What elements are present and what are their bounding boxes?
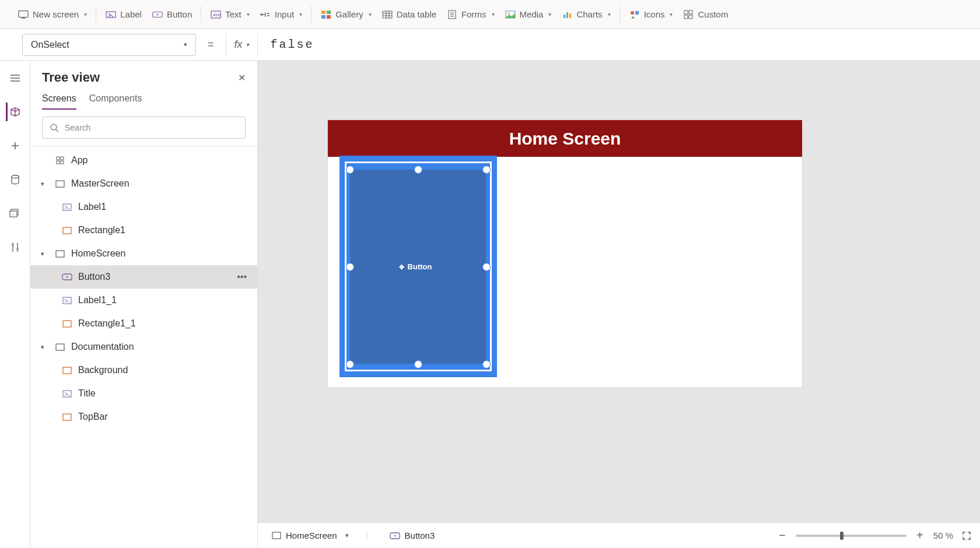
zoom-in-button[interactable]: +	[915, 529, 925, 542]
search-icon	[50, 123, 59, 132]
svg-rect-43	[56, 344, 64, 350]
resize-handle-sw[interactable]	[346, 360, 354, 368]
svg-rect-34	[61, 161, 64, 164]
resize-handle-w[interactable]	[346, 263, 354, 271]
tree-list: App ▾ MasterScreen Label1 Rectangle1	[30, 149, 257, 548]
tree-node-label: Button3	[78, 272, 110, 282]
resize-handle-nw[interactable]	[346, 166, 354, 174]
tree-node-app[interactable]: App	[30, 149, 257, 172]
svg-rect-16	[564, 15, 565, 18]
new-screen-menu[interactable]: New screen ▾	[18, 9, 87, 20]
more-icon[interactable]: •••	[237, 272, 247, 282]
resize-handle-n[interactable]	[414, 166, 422, 174]
media-menu[interactable]: Media ▾	[505, 9, 552, 20]
breadcrumb-control[interactable]: Button3	[384, 523, 441, 548]
data-table-icon	[382, 9, 393, 20]
input-menu[interactable]: Input ▾	[260, 9, 302, 20]
screen-icon	[18, 9, 29, 20]
breadcrumb-screen[interactable]: HomeScreen ▾	[266, 523, 355, 548]
move-cursor-icon: ✥	[399, 264, 404, 271]
tree-node-background[interactable]: Background	[30, 359, 257, 382]
breadcrumb-screen-label: HomeScreen	[286, 531, 337, 540]
svg-point-40	[66, 276, 68, 278]
tree-node-masterscreen[interactable]: ▾ MasterScreen	[30, 172, 257, 195]
chevron-down-icon: ▾	[299, 11, 302, 17]
screen-icon	[272, 532, 281, 539]
svg-rect-11	[327, 15, 331, 19]
insert-label-text: Label	[120, 9, 142, 19]
tree-node-button3[interactable]: Button3 •••	[30, 265, 257, 289]
tree-node-documentation[interactable]: ▾ Documentation	[30, 335, 257, 359]
tree-node-label1[interactable]: Label1	[30, 195, 257, 219]
resize-handle-se[interactable]	[482, 360, 491, 368]
tab-components[interactable]: Components	[89, 93, 142, 110]
tree-node-label: Label1_1	[78, 295, 117, 305]
tab-screens[interactable]: Screens	[42, 93, 76, 110]
settings-rail-button[interactable]	[6, 238, 24, 257]
text-menu[interactable]: Abc Text ▾	[211, 9, 250, 20]
insert-label-button[interactable]: Label	[106, 9, 142, 20]
status-bar: HomeScreen ▾ 〉 Button3 − + 50 %	[258, 522, 980, 548]
property-name: OnSelect	[31, 40, 69, 50]
media-rail-button[interactable]	[6, 204, 24, 223]
charts-menu[interactable]: Charts ▾	[562, 9, 610, 20]
custom-menu[interactable]: Custom	[683, 9, 728, 20]
icons-menu[interactable]: Icons ▾	[629, 9, 673, 20]
tree-node-title[interactable]: Title	[30, 382, 257, 405]
add-rail-button[interactable]	[6, 136, 24, 155]
tree-node-label1_1[interactable]: Label1_1	[30, 289, 257, 312]
svg-rect-0	[19, 10, 28, 17]
tree-node-homescreen[interactable]: ▾ HomeScreen	[30, 242, 257, 265]
svg-rect-1	[21, 17, 25, 18]
tree-node-label: Rectangle1_1	[78, 318, 136, 329]
fit-to-window-icon[interactable]	[961, 531, 972, 541]
data-rail-button[interactable]	[6, 170, 24, 189]
rectangle-icon	[62, 412, 72, 422]
tree-view-rail-button[interactable]	[6, 103, 24, 121]
data-table-button[interactable]: Data table	[382, 9, 436, 20]
divider	[257, 34, 258, 56]
property-dropdown[interactable]: OnSelect ▾	[22, 34, 196, 56]
tree-view-title: Tree view	[42, 70, 100, 85]
icons-menu-label: Icons	[644, 9, 665, 19]
fx-text: fx	[235, 38, 243, 51]
svg-rect-17	[566, 12, 568, 18]
resize-handle-e[interactable]	[482, 263, 491, 271]
canvas-area[interactable]: Home Screen ✥ Button HomeScreen ▾	[258, 61, 980, 548]
insert-ribbon: New screen ▾ Label Button Abc Text ▾	[0, 0, 980, 29]
input-menu-label: Input	[275, 9, 294, 19]
svg-rect-32	[61, 157, 64, 160]
zoom-slider[interactable]	[796, 535, 907, 537]
svg-rect-23	[684, 15, 688, 19]
resize-handle-s[interactable]	[414, 360, 422, 368]
text-menu-label: Text	[225, 9, 242, 19]
tree-node-label: App	[71, 155, 88, 166]
fx-button[interactable]: fx ▾	[235, 38, 249, 51]
chevron-down-icon[interactable]: ▾	[41, 343, 49, 351]
chevron-down-icon[interactable]: ▾	[41, 250, 49, 258]
hamburger-button[interactable]	[6, 69, 24, 87]
chevron-down-icon: ▾	[345, 532, 349, 539]
tree-node-rectangle1[interactable]: Rectangle1	[30, 219, 257, 242]
close-icon[interactable]: ✕	[238, 72, 246, 83]
screen-header: Home Screen	[328, 120, 802, 157]
chevron-down-icon: ▾	[608, 11, 611, 17]
tree-node-topbar[interactable]: TopBar	[30, 405, 257, 428]
canvas-button-control[interactable]: ✥ Button	[350, 170, 486, 364]
search-input[interactable]: Search	[42, 117, 246, 139]
formula-input[interactable]: false	[266, 38, 968, 51]
svg-rect-20	[635, 11, 639, 15]
svg-point-4	[157, 13, 159, 15]
resize-handle-ne[interactable]	[482, 166, 491, 174]
insert-button-button[interactable]: Button	[152, 9, 192, 20]
tree-node-label: HomeScreen	[71, 248, 125, 259]
zoom-slider-thumb[interactable]	[840, 532, 844, 540]
forms-menu[interactable]: Forms ▾	[447, 9, 495, 20]
chevron-down-icon[interactable]: ▾	[41, 180, 49, 188]
tree-node-rectangle1_1[interactable]: Rectangle1_1	[30, 312, 257, 335]
gallery-menu[interactable]: Gallery ▾	[321, 9, 372, 20]
chevron-down-icon: ▾	[246, 41, 249, 48]
media-icon	[505, 9, 516, 20]
zoom-out-button[interactable]: −	[777, 529, 788, 542]
breadcrumb-separator-icon: 〉	[364, 529, 374, 543]
